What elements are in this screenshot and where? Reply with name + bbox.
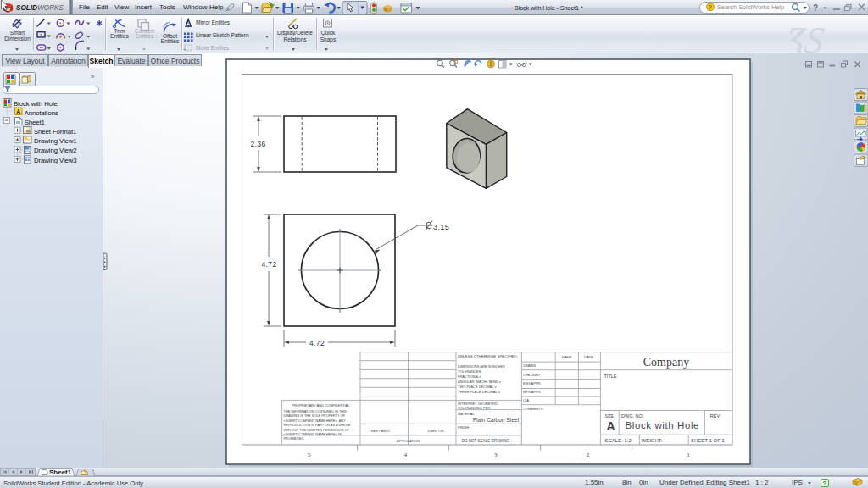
svg-text:3: 3: [494, 452, 498, 458]
svg-text:5: 5: [308, 452, 311, 458]
svg-text:Sheet1: Sheet1: [25, 119, 45, 126]
svg-text:<INSERT COMPANY NAME HERE>. AN: <INSERT COMPANY NAME HERE>. ANY: [284, 419, 347, 423]
svg-text:Company: Company: [643, 356, 689, 369]
svg-text:Plain Carbon Steel: Plain Carbon Steel: [473, 417, 520, 423]
svg-text:4.72: 4.72: [309, 339, 325, 347]
svg-text:UNLESS OTHERWISE SPECIFIED:: UNLESS OTHERWISE SPECIFIED:: [458, 354, 518, 358]
svg-text:ANGULAR: MACH± BEND ±: ANGULAR: MACH± BEND ±: [458, 380, 502, 384]
svg-text:APPLICATION: APPLICATION: [397, 439, 420, 443]
svg-text:THREE PLACE DECIMAL ±: THREE PLACE DECIMAL ±: [458, 390, 501, 394]
svg-text:DATE: DATE: [584, 355, 593, 359]
svg-text:FRACTIONAL±: FRACTIONAL±: [458, 374, 481, 379]
svg-text:4.72: 4.72: [261, 260, 276, 269]
svg-text:Drawing View1: Drawing View1: [34, 137, 77, 145]
svg-text:Block with Hole: Block with Hole: [14, 100, 58, 108]
svg-text:PROPRIETARY AND CONFIDENTIAL: PROPRIETARY AND CONFIDENTIAL: [292, 403, 350, 408]
svg-text:SOLIDWORKS: SOLIDWORKS: [16, 4, 64, 12]
svg-text:THE INFORMATION CONTAINED IN T: THE INFORMATION CONTAINED IN THIS: [284, 409, 348, 413]
svg-text:A: A: [606, 419, 615, 433]
svg-text:TOLERANCES:: TOLERANCES:: [458, 369, 481, 374]
svg-text:NEXT ASSY: NEXT ASSY: [370, 429, 390, 433]
svg-text:PROHIBITED.: PROHIBITED.: [284, 436, 305, 441]
svg-text:DWG. NO.: DWG. NO.: [621, 413, 644, 419]
svg-text:SHEET 1 OF 1: SHEET 1 OF 1: [691, 438, 726, 443]
svg-text:WITHOUT THE WRITTEN PERMISSION: WITHOUT THE WRITTEN PERMISSION OF: [284, 428, 350, 432]
svg-text:2.36: 2.36: [250, 140, 265, 148]
svg-text:TOLERANCING PER:: TOLERANCING PER:: [458, 406, 491, 410]
svg-text:FINISH: FINISH: [458, 425, 469, 430]
svg-text:4: 4: [404, 452, 408, 458]
svg-text:DRAWING IS THE SOLE PROPERTY O: DRAWING IS THE SOLE PROPERTY OF: [284, 413, 346, 418]
svg-text:Drawing View2: Drawing View2: [34, 147, 77, 154]
svg-text:REV: REV: [710, 413, 721, 419]
svg-text:Q.A.: Q.A.: [523, 398, 530, 402]
svg-text:?: ?: [813, 3, 818, 13]
svg-text:Drawing View3: Drawing View3: [34, 157, 77, 164]
svg-text:ƷS: ƷS: [779, 19, 826, 53]
svg-text:DIMENSIONS ARE IN INCHES: DIMENSIONS ARE IN INCHES: [458, 364, 505, 369]
svg-text:TITLE:: TITLE:: [604, 374, 619, 379]
svg-text:USED ON: USED ON: [427, 429, 443, 433]
svg-text:2: 2: [587, 452, 590, 458]
svg-text:<INSERT COMPANY NAME HERE> IS: <INSERT COMPANY NAME HERE> IS: [284, 432, 342, 436]
svg-text:1: 1: [687, 452, 690, 458]
svg-text:TWO PLACE DECIMAL ±: TWO PLACE DECIMAL ±: [458, 385, 497, 389]
svg-text:A: A: [16, 108, 20, 114]
svg-text:SIZE: SIZE: [605, 414, 614, 419]
svg-text:3.15: 3.15: [433, 223, 449, 231]
svg-text:Annotations: Annotations: [25, 109, 58, 117]
svg-text:COMMENTS:: COMMENTS:: [523, 407, 543, 411]
svg-text:SCALE: 1:2: SCALE: 1:2: [605, 438, 632, 443]
svg-text:DRAWN: DRAWN: [523, 363, 536, 368]
svg-text:MFG APPR.: MFG APPR.: [523, 390, 542, 394]
svg-text:?: ?: [709, 4, 712, 10]
svg-text:?: ?: [823, 480, 827, 487]
svg-text:DO NOT SCALE DRAWING: DO NOT SCALE DRAWING: [462, 439, 510, 443]
svg-text:MATERIAL: MATERIAL: [458, 412, 475, 416]
svg-text:Sheet Format1: Sheet Format1: [34, 128, 76, 136]
svg-text:Sheet1: Sheet1: [49, 469, 72, 476]
svg-text:NAME: NAME: [562, 355, 572, 359]
svg-text:WEIGHT:: WEIGHT:: [642, 438, 663, 443]
svg-text:REPRODUCTION IN PART OR AS A W: REPRODUCTION IN PART OR AS A WHOLE: [284, 423, 352, 427]
svg-text:CHECKED: CHECKED: [523, 373, 540, 377]
svg-text:Block with Hole: Block with Hole: [626, 420, 700, 430]
svg-text:ENG APPR.: ENG APPR.: [523, 381, 542, 385]
